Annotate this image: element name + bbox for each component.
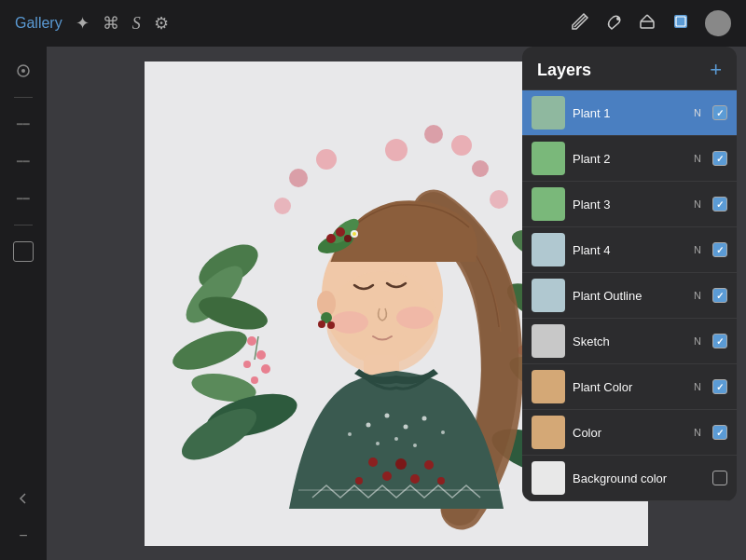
svg-point-62 [422,416,427,420]
svg-point-60 [385,413,390,417]
square-tool-sidebar-icon[interactable] [8,237,38,266]
gallery-button[interactable]: Gallery [15,15,62,32]
layer-visibility-checkbox[interactable] [712,425,727,440]
layer-name: Plant 1 [573,106,686,120]
svg-point-68 [368,458,378,467]
svg-point-63 [376,442,380,445]
eraser-tool-icon[interactable] [638,12,656,35]
svg-point-19 [256,350,266,360]
layer-blend-mode: N [694,290,701,301]
select-icon[interactable]: S [132,14,141,34]
modify-sidebar-icon[interactable] [8,56,38,86]
layer-name: Plant Outline [573,289,686,303]
svg-point-56 [318,321,325,328]
layers-header: Layers + [522,47,737,90]
svg-point-18 [247,336,256,346]
layer-blend-mode: N [694,153,701,164]
layer-blend-mode: N [694,335,701,347]
svg-point-46 [396,307,434,329]
svg-point-57 [327,321,335,329]
svg-point-53 [352,232,356,236]
layer-blend-mode: N [694,427,701,438]
layers-title: Layers [537,61,591,80]
svg-point-45 [331,311,368,334]
pen-tool-icon[interactable] [571,12,589,35]
layer-row[interactable]: Plant 1N [522,90,737,136]
layer-name: Plant 4 [573,243,686,257]
modify-icon[interactable]: ✦ [76,13,90,34]
svg-point-71 [410,474,420,484]
layer-row[interactable]: Plant 2N [522,136,737,182]
layer-row[interactable]: Plant ColorN [522,364,737,410]
layer-visibility-checkbox[interactable] [712,334,727,348]
layer-name: Plant 2 [573,152,686,166]
layer-thumbnail [532,233,565,266]
layer-thumbnail [532,416,565,449]
layer-visibility-checkbox[interactable] [712,379,727,394]
toolbar-right [571,10,731,36]
layer-thumbnail [532,279,565,312]
layer-visibility-checkbox[interactable] [712,197,727,212]
layer-visibility-checkbox[interactable] [712,288,727,303]
layer-blend-mode: N [694,244,701,255]
svg-point-59 [366,422,371,427]
layer-row[interactable]: SketchN [522,319,737,364]
layer-row[interactable]: Background color [522,456,737,501]
layer-row[interactable]: Plant 3N [522,182,737,227]
layer-thumbnail [532,96,565,130]
left-sidebar: ━━ ━━ ━━ − [0,47,47,560]
layer-visibility-checkbox[interactable] [712,242,727,257]
square-icon [13,241,34,262]
svg-point-22 [251,376,258,384]
svg-point-64 [394,437,398,441]
avatar[interactable] [705,10,731,36]
layer-blend-mode: N [694,107,701,118]
svg-rect-2 [641,21,654,28]
layer-thumbnail [532,324,565,358]
arrow-left-sidebar-icon[interactable] [8,484,38,513]
svg-point-66 [348,432,352,436]
layers-add-button[interactable]: + [710,60,722,80]
layer-row[interactable]: Plant OutlineN [522,273,737,319]
sidebar-icon-3[interactable]: ━━ [8,184,38,213]
toolbar: Gallery ✦ ⌘ S ⚙ [0,0,746,47]
layer-row[interactable]: ColorN [522,410,737,456]
svg-point-20 [243,361,251,368]
toolbar-left: Gallery ✦ ⌘ S ⚙ [15,13,169,34]
layer-name: Sketch [573,335,686,348]
layer-visibility-checkbox[interactable] [712,471,727,485]
svg-point-21 [261,364,270,374]
sidebar-icon-1[interactable]: ━━ [8,109,38,139]
sidebar-divider-1 [14,97,33,98]
svg-point-12 [451,135,472,156]
sidebar-icon-2[interactable]: ━━ [8,146,38,176]
layer-thumbnail [532,461,565,495]
svg-point-15 [289,169,308,187]
svg-line-3 [641,15,647,21]
svg-point-69 [382,471,392,481]
layers-list: Plant 1NPlant 2NPlant 3NPlant 4NPlant Ou… [522,90,737,501]
svg-point-49 [326,234,336,243]
svg-point-14 [316,149,337,170]
settings-icon[interactable]: ⚙ [154,13,169,34]
layers-tool-icon[interactable] [671,12,690,35]
svg-point-11 [424,125,443,143]
layer-visibility-checkbox[interactable] [712,151,727,166]
svg-point-8 [21,69,25,73]
layer-blend-mode: N [694,198,701,210]
svg-point-67 [441,430,445,434]
layer-visibility-checkbox[interactable] [712,105,727,120]
minus-sidebar-icon[interactable]: − [8,521,38,551]
layer-row[interactable]: Plant 4N [522,227,737,273]
layer-thumbnail [532,370,565,403]
svg-point-73 [355,477,363,485]
ink-tool-icon[interactable] [604,12,623,35]
svg-point-70 [395,458,407,470]
layer-thumbnail [532,187,565,221]
svg-point-17 [490,190,508,209]
svg-line-4 [647,15,654,21]
layer-name: Plant 3 [573,198,686,212]
sidebar-divider-2 [14,225,33,225]
svg-point-16 [274,198,291,214]
transform-icon[interactable]: ⌘ [103,13,119,34]
